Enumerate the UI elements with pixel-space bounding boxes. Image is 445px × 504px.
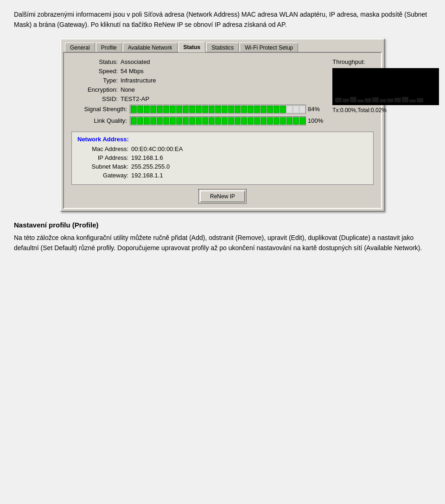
tab-available-network[interactable]: Available Network [123, 43, 178, 52]
tab-status[interactable]: Status [178, 42, 206, 52]
right-col: Throughput: Tx:0.00%,Total:0.02% [328, 58, 439, 128]
link-quality-pct: 100% [308, 117, 323, 124]
tab-wifi-protect[interactable]: Wi-Fi Protect Setup [240, 43, 298, 52]
speed-field-label: Speed: [71, 68, 118, 75]
speed-field-value: 54 Mbps [121, 68, 144, 75]
gateway-row: Gateway: 192.168.1.1 [77, 172, 368, 179]
mac-row: Mac Address: 00:E0:4C:00:00:EA [77, 145, 368, 152]
link-quality-label: Link Quality: [71, 117, 127, 124]
subnet-value: 255.255.255.0 [131, 163, 170, 170]
signal-strength-row: Signal Strength: 84% [71, 105, 323, 114]
renew-ip-button[interactable]: ReNew IP [200, 190, 245, 202]
ssid-field-label: SSID: [71, 95, 118, 102]
left-col: Status: Associated Speed: 54 Mbps Type: … [71, 58, 328, 128]
encryption-row: Encryption: None [71, 86, 323, 93]
gateway-value: 192.168.1.1 [131, 172, 163, 179]
signal-strength-pct: 84% [308, 106, 320, 113]
footer-heading: Nastavení profilu (Profile) [14, 221, 431, 229]
chart-bars [333, 69, 438, 104]
status-field-label: Status: [71, 58, 118, 65]
signal-strength-bar [130, 105, 306, 114]
throughput-chart [332, 68, 439, 105]
dialog-container: General Profile Available Network Status… [60, 38, 385, 212]
renew-btn-row: ReNew IP [71, 190, 374, 202]
network-address-section: Network Address: Mac Address: 00:E0:4C:0… [71, 132, 374, 185]
footer-para1: Na této záložce okna konfigurační utilit… [14, 233, 431, 253]
tab-statistics[interactable]: Statistics [206, 43, 239, 52]
signal-strength-label: Signal Strength: [71, 106, 127, 113]
ip-label: IP Address: [77, 154, 128, 161]
mac-value: 00:E0:4C:00:00:EA [131, 145, 183, 152]
mac-label: Mac Address: [77, 145, 128, 152]
encryption-field-label: Encryption: [71, 86, 118, 93]
gateway-label: Gateway: [77, 172, 128, 179]
type-field-label: Type: [71, 77, 118, 84]
ip-value: 192.168.1.6 [131, 154, 163, 161]
subnet-label: Subnet Mask: [77, 163, 128, 170]
subnet-row: Subnet Mask: 255.255.255.0 [77, 163, 368, 170]
link-quality-row: Link Quality: 100% [71, 116, 323, 126]
speed-row: Speed: 54 Mbps [71, 68, 323, 75]
dialog-content: Status: Associated Speed: 54 Mbps Type: … [63, 52, 382, 209]
network-address-title: Network Address: [77, 136, 368, 143]
ssid-row: SSID: TEST2-AP [71, 95, 323, 102]
tx-label: Tx:0.00%,Total:0.02% [332, 107, 439, 113]
tab-profile[interactable]: Profile [96, 43, 122, 52]
type-field-value: Infrastructure [121, 77, 156, 84]
status-field-value: Associated [121, 58, 150, 65]
type-row: Type: Infrastructure [71, 77, 323, 84]
ssid-field-value: TEST2-AP [121, 95, 149, 102]
tabs-bar: General Profile Available Network Status… [63, 41, 382, 52]
status-row: Status: Associated [71, 58, 323, 65]
intro-paragraph: Dalšími zobrazenými informacemi jsou v p… [14, 9, 431, 30]
ip-row: IP Address: 192.168.1.6 [77, 154, 368, 161]
status-grid: Status: Associated Speed: 54 Mbps Type: … [71, 58, 374, 128]
tab-general[interactable]: General [65, 43, 95, 52]
link-quality-bar [130, 116, 306, 126]
encryption-field-value: None [121, 86, 135, 93]
throughput-label: Throughput: [332, 58, 439, 65]
